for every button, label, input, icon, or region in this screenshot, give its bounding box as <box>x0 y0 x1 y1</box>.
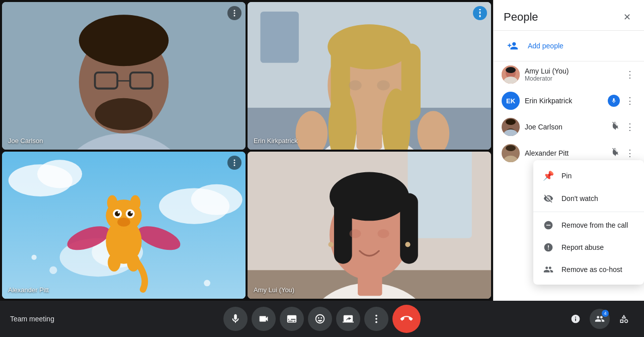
svg-point-42 <box>204 280 210 286</box>
participant-actions-alexander: ⋮ <box>611 145 638 161</box>
menu-label-pin: Pin <box>561 172 572 180</box>
menu-label-dont-watch: Don't watch <box>561 194 598 203</box>
controls-center <box>168 305 476 333</box>
menu-item-report[interactable]: Report abuse <box>533 236 644 258</box>
svg-point-26 <box>377 80 389 90</box>
svg-rect-69 <box>334 193 352 263</box>
menu-label-remove-cohost: Remove as co-host <box>561 265 622 274</box>
panel-header: People ✕ <box>494 0 644 31</box>
people-panel: People ✕ Add people <box>493 0 644 301</box>
people-button[interactable]: 4 <box>590 309 610 329</box>
participant-item-amy: Amy Lui (You) Moderator ⋮ <box>494 61 644 88</box>
camera-button[interactable] <box>252 307 276 331</box>
menu-item-pin[interactable]: 📌 Pin <box>533 164 644 187</box>
info-button[interactable] <box>566 309 586 329</box>
avatar-erin: EK <box>502 92 520 110</box>
close-panel-button[interactable]: ✕ <box>618 8 636 26</box>
video-label-amy: Amy Lui (You) <box>254 286 294 294</box>
participant-role-amy: Moderator <box>525 75 617 82</box>
participant-name-joe: Joe Carlson <box>525 123 606 131</box>
svg-point-74 <box>405 242 410 247</box>
video-grid: Joe Carlson <box>0 0 493 301</box>
svg-point-47 <box>107 195 117 211</box>
svg-point-40 <box>32 254 37 259</box>
tile-options-alexander[interactable] <box>227 156 242 170</box>
more-options-joe[interactable]: ⋮ <box>622 119 638 135</box>
svg-point-7 <box>95 98 153 130</box>
video-label-erin: Erin Kirkpatrick <box>254 137 297 145</box>
svg-point-54 <box>130 211 132 213</box>
panel-title: People <box>504 11 538 24</box>
controls-right: 4 <box>480 309 634 329</box>
participant-info-amy: Amy Lui (You) Moderator <box>525 67 617 82</box>
menu-label-report: Report abuse <box>561 243 604 251</box>
mic-active-icon-erin <box>608 95 620 107</box>
pin-icon: 📌 <box>543 170 553 181</box>
svg-point-89 <box>375 318 377 320</box>
svg-point-55 <box>117 217 130 226</box>
more-options-alexander[interactable]: ⋮ <box>622 145 638 161</box>
svg-point-12 <box>234 13 235 14</box>
svg-point-53 <box>118 211 120 213</box>
more-options-button[interactable] <box>364 307 388 331</box>
participant-name-amy: Amy Lui (You) <box>525 67 617 75</box>
meeting-name: Team meeting <box>10 315 164 323</box>
people-badge: 4 <box>602 310 609 317</box>
more-options-amy[interactable]: ⋮ <box>622 66 638 83</box>
animated-character <box>2 152 246 299</box>
svg-point-81 <box>506 119 516 125</box>
video-tile-alexander: Alexander Pitt <box>2 152 246 299</box>
svg-point-86 <box>506 145 516 151</box>
svg-point-35 <box>37 160 82 188</box>
svg-point-59 <box>234 162 235 163</box>
menu-item-remove-call[interactable]: Remove from the call <box>533 214 644 236</box>
svg-point-58 <box>234 159 235 161</box>
svg-point-6 <box>79 15 169 66</box>
bottom-bar: Team meeting <box>0 301 644 337</box>
svg-point-11 <box>234 10 235 12</box>
menu-label-remove-call: Remove from the call <box>561 221 628 229</box>
svg-rect-70 <box>400 193 418 263</box>
svg-point-56 <box>108 253 120 272</box>
participant-name-erin: Erin Kirkpatrick <box>525 97 603 105</box>
svg-point-77 <box>506 67 516 73</box>
participant-actions-amy: ⋮ <box>622 66 638 83</box>
svg-point-37 <box>191 184 243 215</box>
svg-point-48 <box>130 195 140 211</box>
svg-point-72 <box>378 229 389 238</box>
svg-point-31 <box>479 13 481 14</box>
svg-point-41 <box>49 266 57 274</box>
svg-point-57 <box>127 253 139 272</box>
svg-point-30 <box>479 9 481 11</box>
mic-button[interactable] <box>223 307 248 331</box>
add-people-label: Add people <box>528 42 564 50</box>
menu-divider <box>533 212 644 212</box>
svg-point-71 <box>350 229 361 238</box>
activities-button[interactable] <box>614 309 634 329</box>
video-tile-amy: Amy Lui (You) <box>248 152 491 299</box>
context-menu-alexander: 📌 Pin Don't watch <box>533 160 644 285</box>
svg-point-73 <box>328 242 333 247</box>
remove-cohost-icon <box>543 264 553 275</box>
participants-list: Amy Lui (You) Moderator ⋮ EK Erin Kirkpa… <box>494 61 644 301</box>
avatar-alexander <box>502 144 520 162</box>
more-options-erin[interactable]: ⋮ <box>622 93 638 109</box>
participant-actions-joe: ⋮ <box>611 119 638 135</box>
add-people-button[interactable]: Add people <box>494 31 644 61</box>
participant-actions-erin: ⋮ <box>608 93 638 109</box>
captions-button[interactable] <box>280 307 304 331</box>
mute-icon-alexander <box>611 148 620 159</box>
avatar-amy <box>502 65 520 84</box>
reactions-button[interactable] <box>308 307 332 331</box>
menu-item-remove-cohost[interactable]: Remove as co-host <box>533 258 644 281</box>
present-button[interactable] <box>336 307 360 331</box>
tile-options-erin[interactable] <box>473 6 487 20</box>
remove-call-icon <box>543 220 553 230</box>
tile-options-joe[interactable] <box>227 6 242 20</box>
menu-item-dont-watch[interactable]: Don't watch <box>533 187 644 210</box>
video-tile-erin: Erin Kirkpatrick <box>248 2 491 150</box>
participant-item-erin: EK Erin Kirkpatrick ⋮ <box>494 88 644 114</box>
end-call-button[interactable] <box>392 305 421 333</box>
svg-point-90 <box>375 321 377 323</box>
svg-point-25 <box>349 80 361 90</box>
